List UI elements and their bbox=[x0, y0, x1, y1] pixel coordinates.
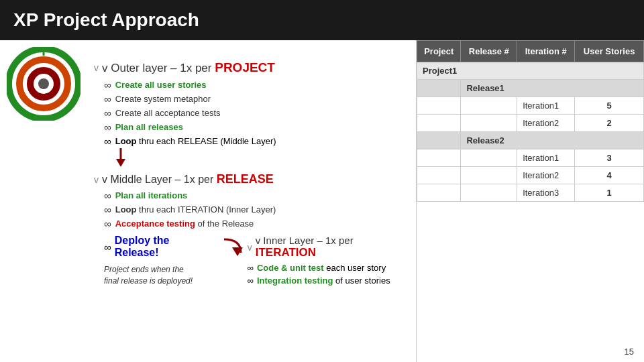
right-table-panel: Project Release # Iteration # User Stori… bbox=[416, 40, 644, 362]
left-panel: v v Outer layer – 1x per PROJECT Create … bbox=[0, 40, 416, 362]
deploy-infinity: ∞ bbox=[104, 241, 111, 253]
deploy-inner-left: ∞ Deploy the Release! Project ends when … bbox=[104, 235, 207, 287]
bullet-create-stories: Create all user stories bbox=[115, 80, 207, 90]
outer-layer-suffix: – 1x per bbox=[170, 62, 215, 74]
list-item: Create all user stories bbox=[104, 79, 402, 90]
svg-marker-6 bbox=[116, 159, 125, 167]
outer-layer-title: v Outer layer – 1x per PROJECT bbox=[102, 60, 275, 75]
bullet-plan-iterations: Plan all iterations bbox=[115, 190, 188, 200]
list-item: Acceptance testing of the Release bbox=[104, 218, 402, 229]
page-number: 15 bbox=[625, 347, 634, 357]
middle-layer-suffix: – 1x per bbox=[175, 174, 217, 185]
header: XP Project Approach bbox=[0, 0, 644, 40]
middle-v-marker: v bbox=[94, 174, 99, 185]
middle-layer-section: v v Middle Layer – 1x per RELEASE bbox=[94, 172, 402, 186]
iter2-3-stories: 1 bbox=[575, 184, 644, 202]
inner-layer-section: v v Inner Layer – 1x per ITERATION bbox=[248, 235, 402, 259]
loop-label: Loop bbox=[115, 136, 137, 146]
inner-layer-suffix: – 1x per bbox=[317, 235, 353, 246]
inner-layer-title: v Inner Layer – 1x per ITERATION bbox=[256, 235, 402, 259]
list-item: Create all acceptance tests bbox=[104, 107, 402, 119]
inner-layer-highlight: ITERATION bbox=[256, 246, 316, 259]
list-item: ∞ Code & unit test each user story bbox=[248, 263, 402, 273]
list-item: Loop thru each ITERATION (Inner Layer) bbox=[104, 204, 402, 215]
svg-point-3 bbox=[38, 78, 49, 89]
outer-layer-section: v v Outer layer – 1x per PROJECT bbox=[94, 60, 402, 75]
iter1-2-stories: 2 bbox=[575, 115, 644, 132]
inner-layer-label: v Inner Layer bbox=[256, 235, 315, 246]
iter2-3-name: Iteration3 bbox=[517, 184, 575, 202]
col-iteration: Iteration # bbox=[517, 41, 575, 62]
main-content: v v Outer layer – 1x per PROJECT Create … bbox=[0, 40, 644, 362]
list-item: ∞ Integration testing of user stories bbox=[248, 276, 402, 286]
page-title: XP Project Approach bbox=[13, 9, 199, 31]
release2-name: Release2 bbox=[461, 132, 644, 149]
col-stories: User Stories bbox=[575, 41, 644, 62]
iter2-2-stories: 4 bbox=[575, 167, 644, 184]
inner-layer-block: v v Inner Layer – 1x per ITERATION ∞ Cod… bbox=[248, 235, 402, 286]
col-project: Project bbox=[417, 41, 461, 62]
table-row: Iteration2 2 bbox=[417, 115, 644, 132]
iter1-1-stories: 5 bbox=[575, 97, 644, 115]
middle-layer-title: v Middle Layer – 1x per RELEASE bbox=[102, 172, 274, 186]
project-table: Project Release # Iteration # User Stori… bbox=[417, 40, 644, 202]
iter1-2-name: Iteration2 bbox=[517, 115, 575, 132]
arrow-to-inner bbox=[221, 236, 244, 262]
table-row: Iteration1 5 bbox=[417, 97, 644, 115]
outer-layer-highlight: PROJECT bbox=[215, 60, 275, 74]
table-row: Release2 bbox=[417, 132, 644, 149]
deploy-inner-row: ∞ Deploy the Release! Project ends when … bbox=[104, 235, 402, 287]
middle-layer-highlight: RELEASE bbox=[217, 172, 274, 186]
inner-v-marker: v bbox=[248, 242, 252, 253]
deploy-item: ∞ Deploy the Release! bbox=[104, 235, 207, 259]
inner-bullet-list: ∞ Code & unit test each user story ∞ Int… bbox=[248, 263, 402, 286]
table-row: Release1 bbox=[417, 80, 644, 97]
bullet-integration: Integration testing bbox=[257, 276, 333, 286]
list-item: Create system metaphor bbox=[104, 93, 402, 105]
outer-loop-item: Loop thru each RELEASE (Middle Layer) bbox=[104, 135, 402, 147]
project-name: Project1 bbox=[417, 62, 644, 80]
table-header-row: Project Release # Iteration # User Stori… bbox=[417, 41, 644, 62]
table-row: Iteration3 1 bbox=[417, 184, 644, 202]
arrow-down-1 bbox=[111, 148, 402, 171]
bullet-acceptance: Acceptance testing bbox=[115, 219, 195, 229]
middle-bullet-list: Plan all iterations Loop thru each ITERA… bbox=[104, 190, 402, 229]
iter1-1-name: Iteration1 bbox=[517, 97, 575, 115]
col-release: Release # bbox=[461, 41, 517, 62]
bullet-create-acceptance: Create all acceptance tests bbox=[115, 108, 221, 118]
table-row: Iteration1 3 bbox=[417, 149, 644, 167]
bullet-create-metaphor: Create system metaphor bbox=[115, 94, 211, 104]
iter2-1-name: Iteration1 bbox=[517, 149, 575, 167]
outer-bullet-list: Create all user stories Create system me… bbox=[104, 79, 402, 133]
release1-name: Release1 bbox=[461, 80, 644, 97]
table-row: Project1 bbox=[417, 62, 644, 80]
middle-layer-label: v Middle Layer bbox=[102, 174, 172, 185]
project-ends-note: Project ends when thefinal release is de… bbox=[104, 264, 207, 287]
list-item: Plan all releases bbox=[104, 121, 402, 133]
bullet-loop-iteration: Loop bbox=[115, 204, 137, 215]
outer-v-marker: v bbox=[94, 62, 99, 73]
outer-layer-label: v Outer layer bbox=[102, 62, 167, 74]
bullet-code-unit: Code & unit test bbox=[257, 263, 324, 273]
list-item: Plan all iterations bbox=[104, 190, 402, 201]
table-row: Iteration2 4 bbox=[417, 167, 644, 184]
circle-diagram bbox=[7, 47, 80, 121]
deploy-label: Deploy the Release! bbox=[115, 235, 207, 259]
iter2-1-stories: 3 bbox=[575, 149, 644, 167]
iter2-2-name: Iteration2 bbox=[517, 167, 575, 184]
bullet-plan-releases: Plan all releases bbox=[115, 122, 183, 132]
